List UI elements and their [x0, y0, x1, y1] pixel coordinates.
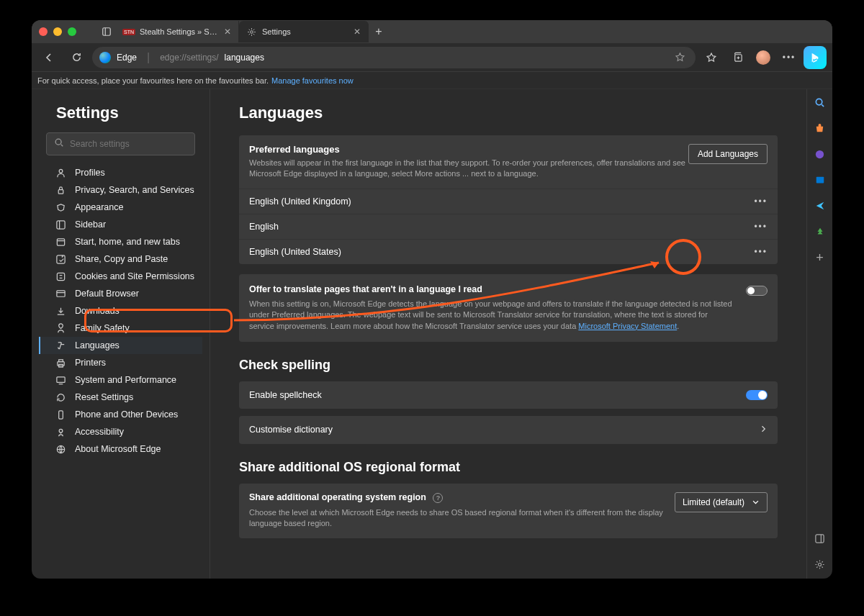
regional-title: Share additional operating system region… — [249, 492, 675, 503]
search-settings[interactable] — [46, 132, 195, 155]
close-icon[interactable]: ✕ — [354, 27, 361, 37]
sidebar-item-printers[interactable]: Printers — [39, 354, 202, 371]
svg-rect-28 — [816, 177, 824, 184]
shopping-icon[interactable] — [813, 121, 827, 135]
language-row: English (United States)••• — [239, 239, 778, 264]
sidebar-item-accessibility[interactable]: Accessibility — [39, 423, 202, 440]
nav-icon — [55, 306, 66, 317]
address-url-prefix: edge://settings/ — [160, 53, 218, 63]
nav-icon — [55, 358, 66, 368]
language-row: English (United Kingdom)••• — [239, 189, 778, 214]
address-bar[interactable]: Edge | edge://settings/languages — [92, 47, 696, 68]
profile-avatar[interactable] — [752, 46, 775, 69]
sidebar-item-label: Accessibility — [75, 427, 124, 437]
new-tab-button[interactable]: + — [369, 25, 389, 38]
close-window[interactable] — [39, 27, 48, 36]
sidebar-item-sidebar[interactable]: Sidebar — [39, 216, 202, 233]
main-content: Languages Preferred languages Websites w… — [210, 89, 806, 579]
outlook-icon[interactable] — [813, 173, 827, 187]
sidebar-panel-icon[interactable] — [813, 531, 827, 545]
spellcheck-toggle[interactable] — [746, 390, 768, 400]
sidebar-item-family-safety[interactable]: Family Safety — [39, 320, 202, 337]
favorites-icon[interactable] — [700, 46, 723, 69]
favourites-bar: For quick access, place your favourites … — [32, 72, 832, 89]
sidebar-item-label: Profiles — [75, 168, 105, 178]
office-icon[interactable] — [813, 147, 827, 161]
nav-icon — [55, 323, 66, 334]
svg-point-27 — [816, 150, 824, 158]
nav-icon — [55, 427, 66, 438]
sidebar-item-reset-settings[interactable]: Reset Settings — [39, 389, 202, 406]
search-icon — [54, 137, 64, 150]
minimize-window[interactable] — [53, 27, 62, 36]
sidebar-settings-icon[interactable] — [813, 557, 827, 571]
translate-desc: When this setting is on, Microsoft Edge … — [249, 299, 734, 332]
tab-inactive[interactable]: STN Stealth Settings » Source of IT ✕ — [117, 21, 239, 42]
tab-actions-icon[interactable] — [96, 22, 117, 42]
sidebar-item-appearance[interactable]: Appearance — [39, 199, 202, 216]
right-sidebar: + — [806, 89, 832, 579]
collections-icon[interactable] — [726, 46, 749, 69]
maximize-window[interactable] — [68, 27, 76, 36]
tab-label: Stealth Settings » Source of IT — [140, 27, 218, 36]
svg-rect-6 — [58, 189, 63, 194]
sidebar-item-default-browser[interactable]: Default Browser — [39, 285, 202, 302]
search-sidebar-icon[interactable] — [813, 95, 827, 109]
sidebar-item-languages[interactable]: Languages — [39, 337, 202, 354]
manage-favourites-link[interactable]: Manage favourites now — [271, 76, 354, 85]
more-actions-icon[interactable]: ••• — [754, 222, 768, 232]
regional-header: Share additional OS regional format — [239, 460, 778, 475]
favbar-text: For quick access, place your favourites … — [37, 76, 269, 85]
sidebar-item-share-copy-and-paste[interactable]: Share, Copy and Paste — [39, 250, 202, 268]
search-input[interactable] — [70, 139, 187, 149]
sidebar-item-phone-and-other-devices[interactable]: Phone and Other Devices — [39, 406, 202, 423]
reload-button[interactable] — [65, 46, 88, 69]
chevron-right-icon — [759, 425, 768, 435]
bing-chat-button[interactable] — [804, 46, 827, 69]
more-actions-icon[interactable]: ••• — [754, 196, 768, 207]
privacy-statement-link[interactable]: Microsoft Privacy Statement — [578, 322, 677, 330]
sidebar-item-label: Family Safety — [75, 323, 130, 333]
back-button[interactable] — [37, 46, 60, 69]
customise-dictionary-row[interactable]: Customise dictionary — [239, 416, 778, 444]
svg-point-24 — [59, 429, 63, 432]
more-menu-icon[interactable]: ••• — [778, 46, 801, 69]
close-icon[interactable]: ✕ — [224, 27, 231, 37]
translate-panel: Offer to translate pages that aren't in … — [239, 274, 778, 342]
sidebar-item-label: System and Performance — [75, 375, 176, 385]
svg-rect-0 — [103, 28, 111, 36]
translate-toggle[interactable] — [746, 286, 768, 296]
translate-title: Offer to translate pages that aren't in … — [249, 284, 734, 294]
page-title: Languages — [239, 104, 778, 122]
svg-rect-7 — [56, 220, 64, 228]
sidebar-item-start-home-and-new-tabs[interactable]: Start, home, and new tabs — [39, 233, 202, 250]
sidebar-item-privacy-search-and-services[interactable]: Privacy, Search, and Services — [39, 181, 202, 199]
sidebar-item-label: Cookies and Site Permissions — [75, 271, 194, 281]
svg-rect-11 — [56, 255, 64, 263]
more-actions-icon[interactable]: ••• — [754, 247, 768, 257]
svg-rect-20 — [56, 376, 64, 382]
titlebar: STN Stealth Settings » Source of IT ✕ Se… — [32, 20, 832, 43]
tab-active[interactable]: Settings ✕ — [239, 21, 369, 42]
info-icon[interactable]: ? — [433, 493, 443, 503]
svg-point-5 — [59, 169, 63, 173]
regional-panel: Share additional operating system region… — [239, 484, 778, 538]
sidebar-item-label: Languages — [75, 340, 120, 350]
send-icon[interactable] — [813, 199, 827, 213]
favicon-stn: STN — [122, 29, 135, 35]
add-sidebar-icon[interactable]: + — [813, 250, 827, 265]
svg-rect-18 — [58, 359, 63, 361]
sidebar-item-cookies-and-site-permissions[interactable]: Cookies and Site Permissions — [39, 268, 202, 285]
sidebar-item-downloads[interactable]: Downloads — [39, 302, 202, 320]
sidebar-item-about-microsoft-edge[interactable]: About Microsoft Edge — [39, 440, 202, 458]
sidebar-item-label: About Microsoft Edge — [75, 444, 161, 454]
preferred-desc: Websites will appear in the first langua… — [249, 158, 688, 180]
regional-select[interactable]: Limited (default) — [675, 492, 768, 512]
nav-icon — [55, 375, 66, 386]
svg-point-2 — [250, 30, 253, 33]
add-languages-button[interactable]: Add Languages — [688, 144, 768, 164]
sidebar-item-system-and-performance[interactable]: System and Performance — [39, 371, 202, 389]
tree-icon[interactable] — [813, 225, 827, 239]
sidebar-item-profiles[interactable]: Profiles — [39, 164, 202, 181]
favorite-star-icon[interactable] — [671, 46, 688, 69]
